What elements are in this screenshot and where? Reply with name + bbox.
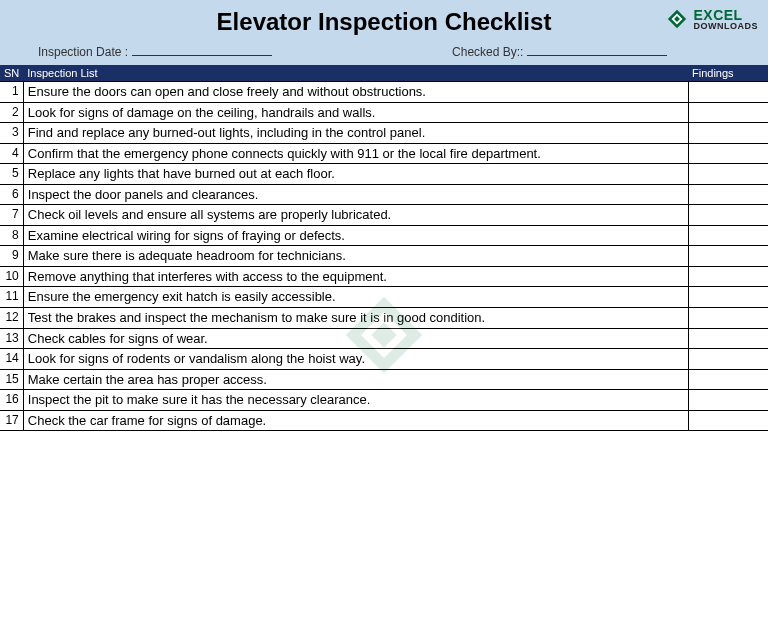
row-text: Make certain the area has proper access.	[23, 369, 688, 390]
table-row: 16Inspect the pit to make sure it has th…	[0, 390, 768, 411]
row-text: Ensure the doors can open and close free…	[23, 82, 688, 103]
row-findings[interactable]	[688, 143, 768, 164]
row-findings[interactable]	[688, 184, 768, 205]
table-row: 4Confirm that the emergency phone connec…	[0, 143, 768, 164]
row-findings[interactable]	[688, 390, 768, 411]
col-list: Inspection List	[23, 65, 688, 82]
brand-logo: EXCEL DOWNLOADS	[664, 6, 759, 32]
table-row: 9Make sure there is adequate headroom fo…	[0, 246, 768, 267]
excel-logo-icon	[664, 6, 690, 32]
row-findings[interactable]	[688, 287, 768, 308]
row-text: Inspect the door panels and clearances.	[23, 184, 688, 205]
row-sn: 7	[0, 205, 23, 226]
row-findings[interactable]	[688, 123, 768, 144]
table-row: 12Test the brakes and inspect the mechan…	[0, 308, 768, 329]
table-row: 2Look for signs of damage on the ceiling…	[0, 102, 768, 123]
row-findings[interactable]	[688, 328, 768, 349]
row-findings[interactable]	[688, 102, 768, 123]
logo-text-bottom: DOWNLOADS	[694, 22, 759, 31]
row-findings[interactable]	[688, 369, 768, 390]
inspection-date-label: Inspection Date :	[38, 45, 128, 59]
logo-text-top: EXCEL	[694, 8, 759, 22]
row-findings[interactable]	[688, 246, 768, 267]
row-findings[interactable]	[688, 308, 768, 329]
row-sn: 1	[0, 82, 23, 103]
table-row: 3Find and replace any burned-out lights,…	[0, 123, 768, 144]
checked-by-field: Checked By::	[452, 44, 667, 59]
col-sn: SN	[0, 65, 23, 82]
col-findings: Findings	[688, 65, 768, 82]
row-text: Check oil levels and ensure all systems …	[23, 205, 688, 226]
table-row: 11Ensure the emergency exit hatch is eas…	[0, 287, 768, 308]
table-row: 10Remove anything that interferes with a…	[0, 266, 768, 287]
row-text: Replace any lights that have burned out …	[23, 164, 688, 185]
row-sn: 3	[0, 123, 23, 144]
table-row: 7Check oil levels and ensure all systems…	[0, 205, 768, 226]
row-sn: 14	[0, 349, 23, 370]
row-sn: 16	[0, 390, 23, 411]
inspection-date-field: Inspection Date :	[38, 44, 272, 59]
row-findings[interactable]	[688, 82, 768, 103]
row-findings[interactable]	[688, 266, 768, 287]
table-row: 17Check the car frame for signs of damag…	[0, 410, 768, 431]
row-sn: 6	[0, 184, 23, 205]
row-sn: 17	[0, 410, 23, 431]
row-text: Remove anything that interferes with acc…	[23, 266, 688, 287]
row-findings[interactable]	[688, 164, 768, 185]
table-header-row: SN Inspection List Findings	[0, 65, 768, 82]
row-findings[interactable]	[688, 349, 768, 370]
meta-row: Inspection Date : Checked By::	[8, 44, 760, 59]
row-text: Examine electrical wiring for signs of f…	[23, 225, 688, 246]
checked-by-label: Checked By::	[452, 45, 523, 59]
row-text: Ensure the emergency exit hatch is easil…	[23, 287, 688, 308]
table-row: 15Make certain the area has proper acces…	[0, 369, 768, 390]
row-sn: 9	[0, 246, 23, 267]
row-sn: 4	[0, 143, 23, 164]
row-text: Inspect the pit to make sure it has the …	[23, 390, 688, 411]
row-sn: 15	[0, 369, 23, 390]
checklist-table: SN Inspection List Findings 1Ensure the …	[0, 65, 768, 431]
row-sn: 11	[0, 287, 23, 308]
row-text: Check the car frame for signs of damage.	[23, 410, 688, 431]
row-sn: 10	[0, 266, 23, 287]
header-band: Elevator Inspection Checklist EXCEL DOWN…	[0, 0, 768, 65]
row-text: Look for signs of rodents or vandalism a…	[23, 349, 688, 370]
table-row: 8Examine electrical wiring for signs of …	[0, 225, 768, 246]
row-sn: 8	[0, 225, 23, 246]
row-findings[interactable]	[688, 205, 768, 226]
row-text: Look for signs of damage on the ceiling,…	[23, 102, 688, 123]
row-text: Find and replace any burned-out lights, …	[23, 123, 688, 144]
table-row: 5Replace any lights that have burned out…	[0, 164, 768, 185]
row-sn: 2	[0, 102, 23, 123]
logo-text: EXCEL DOWNLOADS	[694, 8, 759, 31]
row-findings[interactable]	[688, 225, 768, 246]
row-sn: 13	[0, 328, 23, 349]
table-row: 14Look for signs of rodents or vandalism…	[0, 349, 768, 370]
table-row: 1Ensure the doors can open and close fre…	[0, 82, 768, 103]
row-text: Check cables for signs of wear.	[23, 328, 688, 349]
table-row: 6Inspect the door panels and clearances.	[0, 184, 768, 205]
table-row: 13Check cables for signs of wear.	[0, 328, 768, 349]
row-text: Make sure there is adequate headroom for…	[23, 246, 688, 267]
page-title: Elevator Inspection Checklist	[8, 4, 760, 44]
row-text: Confirm that the emergency phone connect…	[23, 143, 688, 164]
inspection-date-blank[interactable]	[132, 44, 272, 56]
row-findings[interactable]	[688, 410, 768, 431]
row-text: Test the brakes and inspect the mechanis…	[23, 308, 688, 329]
checked-by-blank[interactable]	[527, 44, 667, 56]
row-sn: 12	[0, 308, 23, 329]
row-sn: 5	[0, 164, 23, 185]
